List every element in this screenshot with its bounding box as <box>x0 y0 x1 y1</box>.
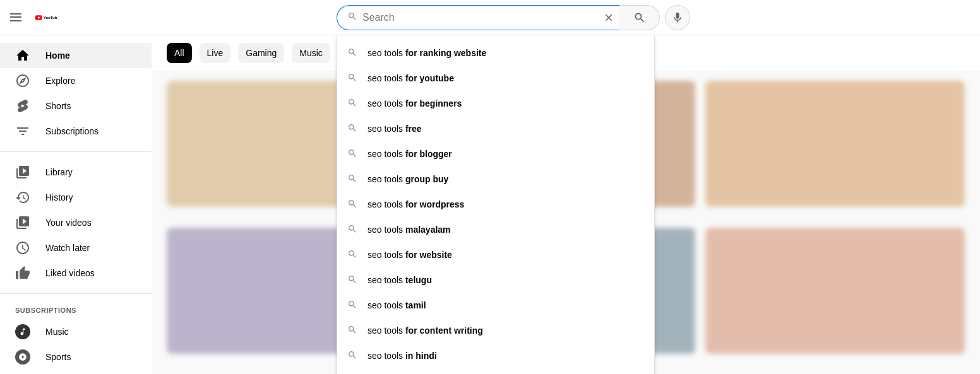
chip-all[interactable]: All <box>167 43 192 63</box>
search-input[interactable]: seo tools <box>362 12 601 23</box>
autocomplete-text-6: seo tools for wordpress <box>368 199 464 209</box>
sidebar-label-explore: Explore <box>45 76 75 86</box>
video-thumb-3 <box>705 81 965 207</box>
autocomplete-text-10: seo tools tamil <box>368 300 426 310</box>
nav-divider-2 <box>0 293 152 294</box>
subscriptions-icon <box>15 124 30 139</box>
autocomplete-item-11[interactable]: seo tools for content writing <box>337 318 654 343</box>
autocomplete-search-icon-0 <box>347 47 357 59</box>
search-icon-inline <box>347 11 357 24</box>
youtube-logo[interactable]: YouTube IN <box>35 10 57 25</box>
autocomplete-text-1: seo tools for youtube <box>368 73 454 83</box>
autocomplete-search-icon-6 <box>347 199 357 211</box>
autocomplete-item-5[interactable]: seo tools group buy <box>337 167 654 192</box>
sidebar: Home Explore Shorts Subscriptions Librar… <box>0 35 152 374</box>
youtube-logo-svg: YouTube IN <box>35 10 57 25</box>
search-submit-button[interactable] <box>619 5 660 30</box>
music-subscription-icon <box>15 324 30 339</box>
header-center: seo tools <box>57 5 970 30</box>
liked-videos-icon <box>15 266 30 281</box>
sidebar-item-library[interactable]: Library <box>0 160 152 185</box>
autocomplete-item-3[interactable]: seo tools free <box>337 116 654 141</box>
chip-gaming[interactable]: Gaming <box>238 43 284 63</box>
search-wrapper: seo tools <box>337 5 690 30</box>
autocomplete-text-2: seo tools for beginners <box>368 98 462 108</box>
library-icon <box>15 165 30 180</box>
shorts-icon <box>15 98 30 114</box>
autocomplete-item-9[interactable]: seo tools telugu <box>337 267 654 293</box>
voice-search-button[interactable] <box>665 5 690 30</box>
autocomplete-text-11: seo tools for content writing <box>368 325 483 336</box>
video-thumb-6 <box>705 228 965 354</box>
autocomplete-text-8: seo tools for website <box>368 250 452 260</box>
sidebar-label-library: Library <box>45 167 73 177</box>
autocomplete-item-4[interactable]: seo tools for blogger <box>337 141 654 167</box>
autocomplete-text-4: seo tools for blogger <box>368 149 452 159</box>
sidebar-item-subscriptions[interactable]: Subscriptions <box>0 119 152 144</box>
sidebar-label-your-videos: Your videos <box>45 218 92 228</box>
autocomplete-item-6[interactable]: seo tools for wordpress <box>337 192 654 217</box>
sidebar-item-liked-videos[interactable]: Liked videos <box>0 260 152 286</box>
autocomplete-text-5: seo tools group buy <box>368 174 448 184</box>
home-icon <box>15 48 30 63</box>
autocomplete-item-13[interactable]: seo tools for ranking website tamil <box>337 368 654 374</box>
subscriptions-section-title: SUBSCRIPTIONS <box>0 301 152 319</box>
watch-later-icon <box>15 240 30 255</box>
autocomplete-search-icon-12 <box>347 350 357 362</box>
sidebar-label-watch-later: Watch later <box>45 243 90 253</box>
menu-icon[interactable] <box>10 10 25 25</box>
sidebar-label-music: Music <box>45 327 69 337</box>
autocomplete-text-12: seo tools in hindi <box>368 351 437 361</box>
sidebar-item-home[interactable]: Home <box>0 43 152 68</box>
sidebar-item-shorts[interactable]: Shorts <box>0 93 152 119</box>
sidebar-label-liked-videos: Liked videos <box>45 268 95 278</box>
explore-icon <box>15 73 30 88</box>
autocomplete-search-icon-4 <box>347 148 357 160</box>
autocomplete-item-10[interactable]: seo tools tamil <box>337 293 654 318</box>
sidebar-label-history: History <box>45 192 73 202</box>
sports-subscription-icon <box>15 349 30 365</box>
sidebar-item-explore[interactable]: Explore <box>0 68 152 93</box>
sidebar-label-shorts: Shorts <box>45 101 71 111</box>
autocomplete-search-icon-8 <box>347 249 357 261</box>
autocomplete-search-icon-9 <box>347 274 357 286</box>
autocomplete-search-icon-7 <box>347 224 357 236</box>
autocomplete-search-icon-1 <box>347 73 357 85</box>
sidebar-label-subscriptions: Subscriptions <box>45 126 99 136</box>
autocomplete-text-9: seo tools telugu <box>368 275 432 285</box>
autocomplete-item-0[interactable]: seo tools for ranking website <box>337 40 654 66</box>
autocomplete-item-8[interactable]: seo tools for website <box>337 242 654 267</box>
sidebar-item-your-videos[interactable]: Your videos <box>0 210 152 235</box>
autocomplete-search-icon-11 <box>347 325 357 337</box>
autocomplete-search-icon-2 <box>347 98 357 110</box>
history-icon <box>15 190 30 205</box>
autocomplete-item-12[interactable]: seo tools in hindi <box>337 343 654 368</box>
autocomplete-text-7: seo tools malayalam <box>368 225 451 235</box>
header: YouTube IN seo tools <box>0 0 980 35</box>
autocomplete-search-icon-5 <box>347 173 357 185</box>
autocomplete-item-1[interactable]: seo tools for youtube <box>337 66 654 91</box>
sidebar-label-home: Home <box>45 50 70 61</box>
chip-music[interactable]: Music <box>292 43 330 63</box>
search-box: seo tools <box>337 5 619 30</box>
autocomplete-dropdown: seo tools for ranking website seo tools … <box>337 35 655 374</box>
autocomplete-search-icon-3 <box>347 123 357 135</box>
your-videos-icon <box>15 215 30 230</box>
sidebar-item-watch-later[interactable]: Watch later <box>0 235 152 260</box>
sidebar-item-music[interactable]: Music <box>0 319 152 344</box>
nav-divider-1 <box>0 151 152 152</box>
clear-search-button[interactable] <box>601 9 617 26</box>
sidebar-item-sports[interactable]: Sports <box>0 344 152 370</box>
autocomplete-item-2[interactable]: seo tools for beginners <box>337 91 654 116</box>
autocomplete-text-3: seo tools free <box>368 124 422 134</box>
autocomplete-item-7[interactable]: seo tools malayalam <box>337 217 654 242</box>
sidebar-item-history[interactable]: History <box>0 185 152 210</box>
header-left: YouTube IN <box>10 10 57 25</box>
sidebar-label-sports: Sports <box>45 352 71 362</box>
chip-live[interactable]: Live <box>200 43 231 63</box>
autocomplete-search-icon-10 <box>347 300 357 312</box>
svg-text:YouTube: YouTube <box>44 15 57 19</box>
autocomplete-text-0: seo tools for ranking website <box>368 48 486 58</box>
